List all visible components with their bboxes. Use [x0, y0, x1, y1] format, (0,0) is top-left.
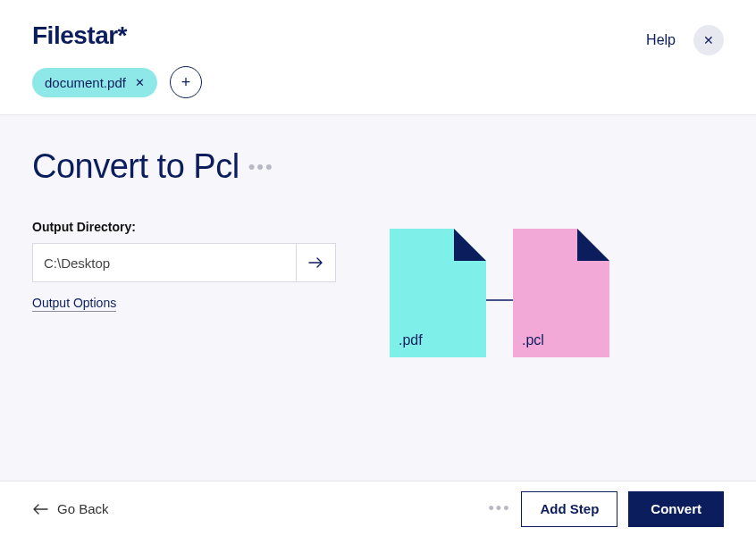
title-more-icon[interactable]: •••	[248, 157, 274, 177]
logo: Filestar*	[32, 21, 202, 50]
go-back-button[interactable]: Go Back	[32, 501, 109, 516]
arrow-right-icon	[308, 256, 324, 269]
convert-button[interactable]: Convert	[628, 491, 724, 527]
form-column: Output Directory: Output Options	[32, 220, 336, 372]
main: Convert to Pcl ••• Output Directory: Out…	[0, 114, 756, 481]
header: Filestar* document.pdf ✕ + Help ✕	[0, 0, 756, 114]
file-row: document.pdf ✕ +	[32, 66, 202, 98]
file-chip-label: document.pdf	[45, 75, 126, 90]
destination-file-shape: .pcl	[513, 229, 609, 357]
content-row: Output Directory: Output Options .pdf	[32, 220, 724, 372]
footer-more-icon[interactable]: •••	[489, 499, 511, 518]
output-options-link[interactable]: Output Options	[32, 296, 116, 312]
page-title: Convert to Pcl	[32, 147, 239, 186]
title-row: Convert to Pcl •••	[32, 147, 724, 186]
header-left: Filestar* document.pdf ✕ +	[32, 21, 202, 98]
file-chip[interactable]: document.pdf ✕	[32, 68, 157, 97]
arrow-left-icon	[32, 504, 48, 515]
footer-right: ••• Add Step Convert	[489, 491, 724, 527]
source-ext-label: .pdf	[399, 332, 423, 348]
close-button[interactable]: ✕	[693, 25, 724, 55]
output-directory-input[interactable]	[32, 243, 297, 282]
header-right: Help ✕	[646, 21, 724, 55]
output-directory-label: Output Directory:	[32, 220, 336, 234]
browse-directory-button[interactable]	[297, 243, 336, 282]
add-step-button[interactable]: Add Step	[521, 491, 617, 527]
remove-file-icon[interactable]: ✕	[135, 76, 145, 89]
conversion-diagram: .pdf .pcl	[390, 229, 640, 372]
help-link[interactable]: Help	[646, 32, 676, 48]
output-directory-group	[32, 243, 336, 282]
footer: Go Back ••• Add Step Convert	[0, 481, 756, 536]
source-file-shape: .pdf	[390, 229, 486, 357]
plus-icon: +	[181, 73, 191, 92]
go-back-label: Go Back	[57, 501, 109, 516]
close-icon: ✕	[703, 33, 714, 47]
destination-ext-label: .pcl	[522, 332, 544, 348]
add-file-button[interactable]: +	[170, 66, 202, 98]
